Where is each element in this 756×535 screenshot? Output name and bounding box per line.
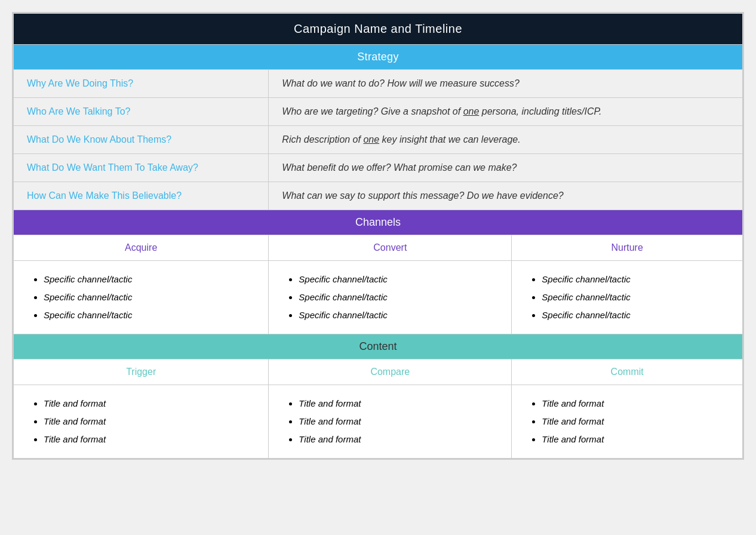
- channel-acquire-items: Specific channel/tactic Specific channel…: [14, 261, 269, 334]
- list-item: Title and format: [542, 395, 730, 413]
- list-item: Title and format: [44, 395, 256, 413]
- channel-acquire-header: Acquire: [14, 235, 269, 261]
- list-item: Specific channel/tactic: [542, 270, 730, 288]
- list-item: Title and format: [299, 413, 499, 431]
- strategy-question-5: How Can We Make This Believable?: [14, 182, 269, 210]
- strategy-row-1: Why Are We Doing This? What do we want t…: [14, 70, 743, 98]
- list-item: Specific channel/tactic: [44, 270, 256, 288]
- strategy-row-4: What Do We Want Them To Take Away? What …: [14, 154, 743, 182]
- strategy-row-5: How Can We Make This Believable? What ca…: [14, 182, 743, 210]
- channel-nurture-header: Nurture: [512, 235, 743, 261]
- content-trigger-items: Title and format Title and format Title …: [14, 385, 269, 459]
- list-item: Specific channel/tactic: [44, 306, 256, 324]
- content-commit-header: Commit: [512, 359, 743, 385]
- strategy-answer-1: What do we want to do? How will we measu…: [269, 70, 743, 98]
- strategy-question-2: Who Are We Talking To?: [14, 98, 269, 126]
- channels-section-header: Channels: [14, 210, 743, 235]
- content-commit-items: Title and format Title and format Title …: [512, 385, 743, 459]
- strategy-row-2: Who Are We Talking To? Who are we target…: [14, 98, 743, 126]
- list-item: Specific channel/tactic: [299, 270, 499, 288]
- channel-convert-items: Specific channel/tactic Specific channel…: [269, 261, 512, 334]
- list-item: Specific channel/tactic: [299, 306, 499, 324]
- list-item: Specific channel/tactic: [542, 306, 730, 324]
- list-item: Specific channel/tactic: [299, 288, 499, 306]
- content-compare-header: Compare: [269, 359, 512, 385]
- strategy-row-3: What Do We Know About Thems? Rich descri…: [14, 126, 743, 154]
- content-trigger-header: Trigger: [14, 359, 269, 385]
- strategy-answer-5: What can we say to support this message?…: [269, 182, 743, 210]
- channel-nurture-items: Specific channel/tactic Specific channel…: [512, 261, 743, 334]
- channels-col-headers: Acquire Convert Nurture: [14, 235, 743, 261]
- channel-convert-header: Convert: [269, 235, 512, 261]
- header-row: Campaign Name and Timeline: [14, 14, 743, 45]
- content-compare-items: Title and format Title and format Title …: [269, 385, 512, 459]
- strategy-question-3: What Do We Know About Thems?: [14, 126, 269, 154]
- content-label: Content: [14, 334, 743, 359]
- strategy-question-4: What Do We Want Them To Take Away?: [14, 154, 269, 182]
- campaign-title: Campaign Name and Timeline: [14, 14, 743, 45]
- channels-label: Channels: [14, 210, 743, 235]
- list-item: Title and format: [542, 413, 730, 431]
- list-item: Specific channel/tactic: [542, 288, 730, 306]
- strategy-answer-4: What benefit do we offer? What promise c…: [269, 154, 743, 182]
- list-item: Title and format: [542, 431, 730, 448]
- list-item: Title and format: [44, 413, 256, 431]
- list-item: Title and format: [299, 395, 499, 413]
- list-item: Title and format: [299, 431, 499, 448]
- content-data-row: Title and format Title and format Title …: [14, 385, 743, 459]
- list-item: Specific channel/tactic: [44, 288, 256, 306]
- strategy-section-header: Strategy: [14, 45, 743, 70]
- content-col-headers: Trigger Compare Commit: [14, 359, 743, 385]
- strategy-label: Strategy: [14, 45, 743, 70]
- content-section-header: Content: [14, 334, 743, 359]
- strategy-answer-2: Who are we targeting? Give a snapshot of…: [269, 98, 743, 126]
- strategy-question-1: Why Are We Doing This?: [14, 70, 269, 98]
- channels-data-row: Specific channel/tactic Specific channel…: [14, 261, 743, 334]
- strategy-answer-3: Rich description of one key insight that…: [269, 126, 743, 154]
- list-item: Title and format: [44, 431, 256, 448]
